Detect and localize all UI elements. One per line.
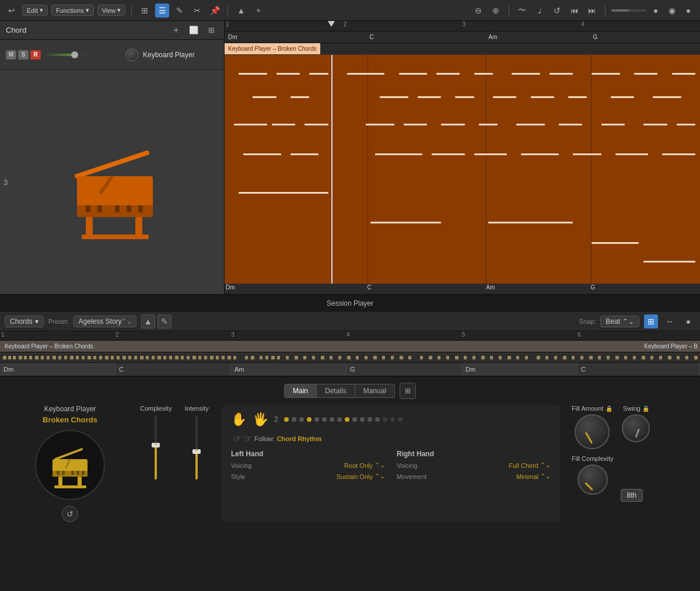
svg-rect-4 — [97, 205, 102, 212]
grid-layout-btn[interactable]: ⊞ — [400, 383, 416, 399]
svg-rect-41 — [169, 356, 172, 359]
ruler-mark-4: 4 — [581, 21, 584, 27]
svg-rect-76 — [438, 356, 440, 359]
svg-rect-62 — [312, 356, 315, 359]
link-icon[interactable]: ↔ — [663, 314, 677, 328]
fill-note-button[interactable]: 8th — [621, 489, 643, 502]
cycle-icon[interactable]: ↺ — [550, 4, 564, 18]
volume-slider[interactable] — [46, 54, 92, 56]
hand-section: Left Hand Voicing Root Only ⌃⌄ Style Sus… — [231, 450, 551, 480]
ruler-mark-3: 3 — [463, 21, 466, 27]
svg-rect-31 — [111, 356, 114, 359]
svg-rect-83 — [499, 356, 502, 359]
track-header: M S R Keyboard Player — [0, 40, 224, 70]
chord-cell-g[interactable]: G — [346, 363, 462, 376]
scissors-icon[interactable]: ✂ — [190, 4, 204, 18]
skip-forward-icon[interactable]: ⏭ — [585, 4, 599, 18]
right-hand-title: Right Hand — [397, 450, 551, 458]
record-button[interactable]: R — [30, 50, 41, 60]
tab-details[interactable]: Details — [317, 384, 355, 398]
refresh-button[interactable]: ↺ — [62, 506, 78, 522]
pin-icon[interactable]: 📌 — [208, 4, 222, 18]
chords-dropdown[interactable]: Chords ▾ — [5, 316, 44, 327]
pointer-icon[interactable]: ▲ — [234, 4, 248, 18]
back-icon[interactable]: ↩ — [5, 4, 19, 18]
left-voicing-value[interactable]: Root Only ⌃⌄ — [344, 461, 385, 469]
zoom-in-icon[interactable]: ⊕ — [489, 4, 503, 18]
tab-main[interactable]: Main — [284, 384, 317, 398]
svg-rect-65 — [338, 356, 341, 359]
grid-view-icon[interactable]: ⊞ — [138, 4, 152, 18]
fill-amount-knob[interactable] — [575, 414, 610, 449]
metronome-icon[interactable]: ♩ — [533, 4, 547, 18]
solo-button[interactable]: S — [18, 50, 29, 60]
follow-value: Chord Rhythm — [277, 435, 321, 442]
svg-rect-103 — [677, 356, 680, 359]
note-row-bass-3 — [229, 242, 700, 244]
svg-rect-19 — [41, 356, 44, 359]
svg-rect-30 — [105, 356, 108, 359]
chord-am: Am — [486, 33, 499, 41]
svg-rect-90 — [563, 356, 566, 359]
speaker-icon[interactable]: ● — [649, 4, 663, 18]
pointer-tool[interactable]: ▲ — [141, 314, 155, 328]
svg-rect-94 — [598, 356, 601, 359]
top-toolbar: ↩ Edit ▾ Functions ▾ View ▾ ⊞ ☰ ✎ ✂ 📌 ▲ … — [0, 0, 700, 21]
headphone-icon[interactable]: ◉ — [665, 4, 679, 18]
functions-menu[interactable]: Functions ▾ — [51, 5, 94, 16]
svg-rect-86 — [525, 356, 528, 359]
svg-rect-55 — [260, 356, 262, 359]
tab-manual[interactable]: Manual — [355, 384, 395, 398]
svg-rect-101 — [659, 356, 662, 359]
panel-header: Chord + ⬜ ⊞ — [0, 21, 224, 40]
screen-icon[interactable]: ⬜ — [187, 23, 201, 37]
add-region-icon[interactable]: + — [169, 23, 183, 37]
svg-line-116 — [55, 449, 82, 459]
pencil-tool[interactable]: ✎ — [158, 314, 172, 328]
svg-rect-100 — [650, 356, 653, 359]
plus-icon[interactable]: ＋ — [251, 4, 265, 18]
snap-dropdown[interactable]: Beat ⌃⌄ — [600, 316, 639, 327]
chord-cell-dm2[interactable]: Dm — [462, 363, 578, 376]
chord-cell-c2[interactable]: C — [578, 363, 700, 376]
circle-icon[interactable]: ● — [681, 314, 695, 328]
svg-rect-110 — [71, 471, 74, 475]
chord-cell-dm1[interactable]: Dm — [0, 363, 116, 376]
chord-cell-c1[interactable]: C — [116, 363, 231, 376]
right-hand-icon[interactable]: 🖐 — [253, 412, 268, 427]
preset-dropdown[interactable]: Ageless Story ⌃⌄ — [74, 316, 136, 327]
ruler-mark-2: 2 — [344, 21, 347, 27]
pencil-icon[interactable]: ✎ — [173, 4, 187, 18]
roll-content[interactable] — [225, 55, 700, 284]
instrument-style: Broken Chords — [43, 415, 97, 424]
complexity-slider[interactable] — [155, 415, 157, 480]
list-view-icon[interactable]: ☰ — [155, 4, 169, 18]
left-hand-icon[interactable]: ✋ — [231, 412, 247, 427]
dot-16 — [398, 417, 402, 422]
svg-rect-50 — [222, 356, 225, 359]
grid-line-3 — [591, 55, 592, 284]
monitor-icon[interactable]: ● — [681, 4, 695, 18]
svg-rect-108 — [57, 471, 60, 475]
chord-dm: Dm — [226, 33, 240, 41]
view-menu[interactable]: View ▾ — [97, 5, 126, 16]
mute-button[interactable]: M — [6, 50, 16, 60]
zoom-out-icon[interactable]: ⊖ — [471, 4, 485, 18]
edit-menu[interactable]: Edit ▾ — [22, 5, 48, 16]
divider1 — [131, 5, 132, 16]
dot-14 — [383, 417, 387, 422]
right-movement-value[interactable]: Minimal ⌃⌄ — [516, 473, 551, 480]
svg-rect-29 — [99, 356, 102, 359]
snap-active-btn[interactable]: ⊞ — [644, 314, 658, 328]
note-row-bass-2 — [229, 222, 700, 223]
right-voicing-value[interactable]: Full Chord ⌃⌄ — [509, 461, 551, 469]
more-options-icon[interactable]: ⊞ — [204, 23, 218, 37]
pan-knob[interactable] — [125, 48, 138, 61]
fill-complexity-knob[interactable] — [578, 464, 608, 495]
intensity-slider[interactable] — [195, 415, 198, 480]
skip-back-icon[interactable]: ⏮ — [568, 4, 582, 18]
swing-knob[interactable] — [622, 414, 650, 442]
left-style-value[interactable]: Sustain Only ⌃⌄ — [337, 473, 385, 480]
waveform-icon[interactable]: 〜 — [515, 4, 529, 18]
chord-cell-am[interactable]: Am — [231, 363, 346, 376]
